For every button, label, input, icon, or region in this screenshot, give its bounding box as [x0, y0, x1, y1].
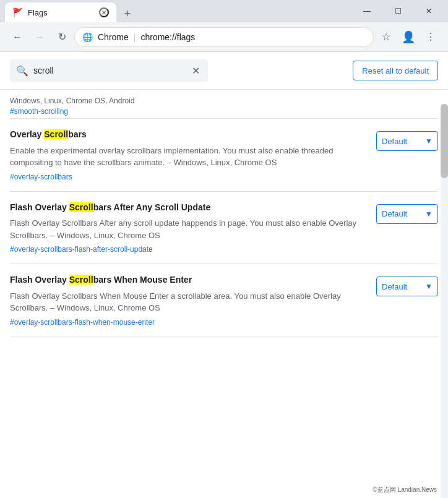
title-bar: 🚩 Flags ✕ + — ☐ ✕: [0, 0, 448, 22]
flag-title-after-2: bars After Any Scroll Update: [93, 202, 211, 212]
flag-control-1: Default ▼: [376, 129, 438, 151]
flag-title-2: Flash Overlay Scrollbars After Any Scrol…: [10, 202, 366, 214]
menu-button[interactable]: ⋮: [421, 27, 441, 47]
profile-icon: 👤: [402, 30, 415, 44]
flag-desc-1: Enable the experimental overlay scrollba…: [10, 145, 366, 169]
bookmark-button[interactable]: ☆: [376, 27, 396, 47]
flag-title-after-3: bars When Mouse Enter: [93, 275, 192, 285]
maximize-button[interactable]: ☐: [384, 1, 412, 21]
flag-title-highlight-1: Scroll: [44, 129, 68, 139]
flag-dropdown-label-1: Default: [382, 137, 407, 146]
flag-title-before-2: Flash Overlay: [10, 202, 69, 212]
flag-title-before-1: Overlay: [10, 129, 44, 139]
back-button[interactable]: ←: [7, 27, 27, 47]
flag-link-3[interactable]: #overlay-scrollbars-flash-when-mouse-ent…: [10, 318, 366, 327]
flag-dropdown-1[interactable]: Default ▼: [376, 131, 438, 151]
search-bar: 🔍 ✕ Reset all to default: [0, 52, 448, 90]
reset-all-button[interactable]: Reset all to default: [353, 61, 438, 80]
chevron-down-icon-1: ▼: [425, 137, 433, 145]
flag-control-3: Default ▼: [376, 274, 438, 296]
clipped-section: Windows, Linux, Chrome OS, Android #smoo…: [10, 90, 438, 119]
flag-control-2: Default ▼: [376, 202, 438, 224]
scrollbar-track[interactable]: [441, 104, 448, 498]
site-security-icon: 🌐: [82, 32, 93, 42]
flag-item-flash-overlay-scroll: Flash Overlay Scrollbars After Any Scrol…: [10, 192, 438, 265]
tab-label: Flags: [28, 8, 94, 17]
search-input[interactable]: [33, 66, 184, 75]
flag-title-after-1: bars: [68, 129, 87, 139]
tab-favicon: 🚩: [12, 7, 23, 17]
search-input-wrapper: 🔍 ✕: [10, 59, 208, 82]
window-controls: — ☐ ✕: [353, 1, 443, 21]
minimize-button[interactable]: —: [353, 1, 381, 21]
flag-info-1: Overlay Scrollbars Enable the experiment…: [10, 129, 366, 181]
flag-dropdown-2[interactable]: Default ▼: [376, 204, 438, 224]
scrollbar-thumb[interactable]: [441, 104, 448, 178]
clipped-platform-text: Windows, Linux, Chrome OS, Android: [10, 97, 134, 105]
chevron-down-icon-2: ▼: [425, 210, 433, 218]
smooth-scrolling-link[interactable]: #smooth-scrolling: [10, 107, 438, 116]
flag-title-before-3: Flash Overlay: [10, 275, 69, 285]
flag-info-2: Flash Overlay Scrollbars After Any Scrol…: [10, 202, 366, 254]
profile-button[interactable]: 👤: [398, 27, 418, 47]
flag-title-highlight-2: Scroll: [69, 202, 93, 212]
flag-title-highlight-3: Scroll: [69, 275, 93, 285]
new-tab-button[interactable]: +: [119, 5, 136, 22]
tab-area: 🚩 Flags ✕ +: [5, 0, 348, 22]
flag-dropdown-label-2: Default: [382, 209, 407, 218]
tab-close-button[interactable]: ✕: [99, 7, 109, 17]
site-name: Chrome: [98, 32, 129, 42]
flag-desc-2: Flash Overlay Scrollbars After any scrol…: [10, 217, 366, 241]
watermark: ©蓝点网 Landian.News: [373, 486, 437, 494]
flag-info-3: Flash Overlay Scrollbars When Mouse Ente…: [10, 274, 366, 327]
nav-right-controls: ☆ 👤 ⋮: [376, 27, 441, 47]
address-separator: |: [134, 32, 136, 42]
content-list: Windows, Linux, Chrome OS, Android #smoo…: [0, 90, 448, 498]
active-tab[interactable]: 🚩 Flags ✕: [5, 2, 116, 22]
flag-dropdown-3[interactable]: Default ▼: [376, 277, 438, 296]
flag-item-flash-overlay-mouse: Flash Overlay Scrollbars When Mouse Ente…: [10, 264, 438, 337]
clear-search-button[interactable]: ✕: [189, 64, 202, 77]
search-icon: 🔍: [16, 65, 28, 77]
navigation-bar: ← → ↻ 🌐 Chrome | chrome://flags ☆ 👤 ⋮: [0, 22, 448, 52]
flag-link-1[interactable]: #overlay-scrollbars: [10, 173, 366, 181]
flag-item-overlay-scrollbars: Overlay Scrollbars Enable the experiment…: [10, 119, 438, 192]
flag-title-1: Overlay Scrollbars: [10, 129, 366, 141]
chevron-down-icon-3: ▼: [425, 282, 433, 291]
flag-dropdown-label-3: Default: [382, 282, 407, 291]
flag-desc-3: Flash Overlay Scrollbars When Mouse Ente…: [10, 290, 366, 314]
main-content: 🔍 ✕ Reset all to default Windows, Linux,…: [0, 52, 448, 498]
flag-title-3: Flash Overlay Scrollbars When Mouse Ente…: [10, 274, 366, 286]
url-text: chrome://flags: [140, 32, 195, 42]
forward-button[interactable]: →: [30, 27, 50, 47]
address-bar[interactable]: 🌐 Chrome | chrome://flags: [74, 27, 374, 47]
close-button[interactable]: ✕: [415, 1, 443, 21]
flag-link-2[interactable]: #overlay-scrollbars-flash-after-scroll-u…: [10, 245, 366, 254]
reload-button[interactable]: ↻: [52, 27, 72, 47]
